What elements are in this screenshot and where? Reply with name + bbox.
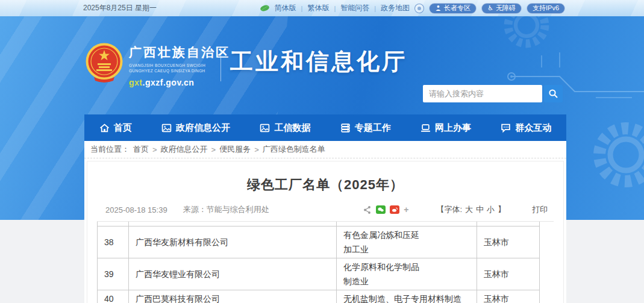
nav-item-gov-info[interactable]: 政府信息公开 <box>161 122 230 134</box>
ipv6-label: 支持IPv6 <box>533 4 559 13</box>
person-icon <box>435 5 442 11</box>
server-stack-icon <box>340 123 351 133</box>
accessibility-button[interactable]: ♿ 无障碍 <box>481 3 522 14</box>
nav-label: 专题工作 <box>355 122 391 134</box>
data-picture-icon <box>260 123 270 133</box>
main-navigation: 首页 政府信息公开 工信数据 专题工作 网上办事 <box>84 114 566 141</box>
cell-industry: 无机盐制造、电子专用材料制造 <box>337 290 477 303</box>
laptop-icon <box>420 123 431 133</box>
search-input[interactable] <box>423 85 542 102</box>
cell-number: 40 <box>98 290 129 303</box>
accessibility-label: 无障碍 <box>496 4 516 13</box>
nav-item-home[interactable]: 首页 <box>99 122 132 134</box>
breadcrumb-current-page: 广西绿色制造名单 <box>263 144 325 155</box>
green-factory-table: 38 广西华友新材料有限公司 有色金属冶炼和压延 加工业 玉林市 39 广西华友… <box>97 222 540 303</box>
print-button[interactable]: 打印 <box>532 204 548 215</box>
elderly-zone-button[interactable]: 长者专区 <box>429 3 477 14</box>
cell-city: 玉林市 <box>477 226 540 258</box>
article-title: 绿色工厂名单（2025年） <box>97 176 554 194</box>
breadcrumb-separator: > <box>211 145 216 154</box>
green-leaf-icon <box>260 4 270 12</box>
article-meta-bar: 2025-08-18 15:39 来源：节能与综合利用处 <box>97 204 554 222</box>
table-row: 38 广西华友新材料有限公司 有色金属冶炼和压延 加工业 玉林市 <box>98 226 540 258</box>
search-bar <box>423 85 563 102</box>
share-icon[interactable] <box>363 205 372 214</box>
font-size-large-button[interactable]: 大 <box>465 204 473 215</box>
nav-label: 工信数据 <box>274 122 310 134</box>
cell-company: 广西华友新材料有限公司 <box>129 226 337 258</box>
cell-city: 玉林市 <box>477 258 540 290</box>
cell-city: 玉林市 <box>477 290 540 303</box>
breadcrumb-gov-info[interactable]: 政府信息公开 <box>161 144 208 155</box>
elderly-zone-label: 长者专区 <box>444 4 470 13</box>
breadcrumb-home[interactable]: 首页 <box>133 144 149 155</box>
link-separator: | <box>374 5 376 12</box>
table-row-partial-top <box>98 222 540 226</box>
link-smart-qa[interactable]: 智能问答 <box>340 3 369 13</box>
site-brand: 广西壮族自治区 GVANGJSIH BOUXCUENGH SWCIGIH GUN… <box>129 44 230 87</box>
breadcrumb-public-services[interactable]: 便民服务 <box>219 144 251 155</box>
breadcrumb: 当前位置： 首页 > 政府信息公开 > 便民服务 > 广西绿色制造名单 <box>84 141 566 158</box>
cell-industry: 有色金属冶炼和压延 加工业 <box>337 226 477 258</box>
current-date: 2025年8月25日 星期一 <box>83 3 157 13</box>
link-traditional-chinese[interactable]: 繁体版 <box>307 3 329 13</box>
wheelchair-icon: ♿ <box>487 5 493 11</box>
nav-label: 网上办事 <box>435 122 471 134</box>
speech-bubble-icon <box>501 123 511 133</box>
search-button[interactable] <box>544 85 563 102</box>
gear-icon <box>587 116 644 194</box>
nav-label: 政府信息公开 <box>176 122 230 134</box>
site-title: 工业和信息化厅 <box>230 46 407 77</box>
more-share-icon[interactable]: + <box>404 205 408 214</box>
nav-item-special-topics[interactable]: 专题工作 <box>340 122 391 134</box>
zhuang-romanization: GVANGJSIH BOUXCUENGH SWCIGIH GUNGHYEZ CA… <box>129 63 230 73</box>
search-icon <box>548 89 558 99</box>
header-divider <box>220 46 221 81</box>
weibo-share-icon[interactable] <box>390 205 399 214</box>
nav-item-public-interaction[interactable]: 群众互动 <box>501 122 551 134</box>
round-badge-icon[interactable] <box>414 4 424 13</box>
cell-company: 广西巴莫科技有限公司 <box>129 290 337 303</box>
font-size-medium-button[interactable]: 中 <box>476 204 484 215</box>
nav-label: 群众互动 <box>515 122 551 134</box>
wechat-share-icon[interactable] <box>376 205 386 214</box>
cell-number: 38 <box>98 226 129 258</box>
nav-label: 首页 <box>114 122 132 134</box>
top-utility-bar: 2025年8月25日 星期一 简体版 | 繁体版 | 智能问答 | 政务地图 长… <box>0 0 644 16</box>
national-emblem-logo <box>86 43 123 84</box>
breadcrumb-separator: > <box>152 145 157 154</box>
picture-icon <box>161 123 172 133</box>
font-label-suffix: 】 <box>498 204 505 215</box>
link-gov-map[interactable]: 政务地图 <box>381 3 410 13</box>
site-url: gxt.gxzf.gov.cn <box>129 78 230 87</box>
article-source: 来源：节能与综合利用处 <box>183 204 269 215</box>
font-size-control: 【字体: 大 中 小 】 <box>436 204 505 215</box>
table-row: 40 广西巴莫科技有限公司 无机盐制造、电子专用材料制造 玉林市 <box>98 290 540 303</box>
link-separator: | <box>334 5 336 12</box>
nav-item-industry-data[interactable]: 工信数据 <box>260 122 310 134</box>
publish-date: 2025-08-18 15:39 <box>105 205 167 214</box>
link-separator: | <box>301 5 303 12</box>
cell-number: 39 <box>98 258 129 290</box>
link-simplified-chinese[interactable]: 简体版 <box>275 3 296 13</box>
table-row: 39 广西华友锂业有限公司 化学原料和化学制品 制造业 玉林市 <box>98 258 540 290</box>
home-icon <box>99 123 110 133</box>
ipv6-badge[interactable]: 支持IPv6 <box>527 3 565 14</box>
page: 2025年8月25日 星期一 简体版 | 繁体版 | 智能问答 | 政务地图 长… <box>0 0 644 303</box>
nav-item-online-services[interactable]: 网上办事 <box>420 122 471 134</box>
region-name: 广西壮族自治区 <box>129 44 230 61</box>
cell-company: 广西华友锂业有限公司 <box>129 258 337 290</box>
content-panel: 当前位置： 首页 > 政府信息公开 > 便民服务 > 广西绿色制造名单 绿色工厂… <box>84 141 566 303</box>
font-size-small-button[interactable]: 小 <box>487 204 495 215</box>
font-label-prefix: 【字体: <box>436 204 462 215</box>
breadcrumb-prefix: 当前位置： <box>90 144 130 155</box>
breadcrumb-separator: > <box>254 145 259 154</box>
share-toolbar: + <box>363 205 408 214</box>
article-card: 绿色工厂名单（2025年） 2025-08-18 15:39 来源：节能与综合利… <box>87 161 564 303</box>
cell-industry: 化学原料和化学制品 制造业 <box>337 258 477 290</box>
